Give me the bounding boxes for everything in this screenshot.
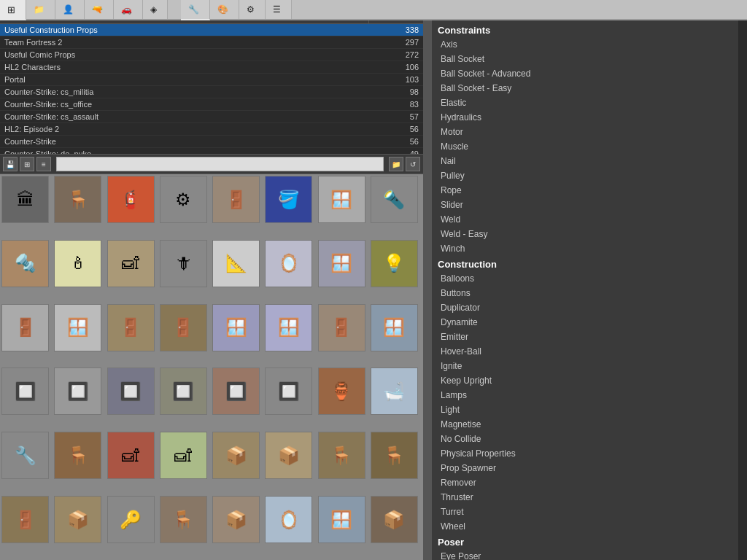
grid-item[interactable]: 🏛 [1,176,49,223]
tab-tools[interactable]: 🔧 [181,0,210,20]
grid-item[interactable]: 📦 [371,496,418,543]
props-list-item[interactable]: Team Fortress 2297 [0,36,423,49]
grid-item[interactable]: 🔲 [212,368,260,415]
grid-item[interactable]: 🪑 [318,432,365,479]
tools-item[interactable]: Emitter [432,330,738,344]
props-list-item[interactable]: Useful Construction Props338 [0,24,423,36]
tools-item[interactable]: Prop Spawner [432,461,738,475]
grid-item[interactable]: 🧯 [107,176,155,223]
tools-item[interactable]: Winch [432,241,738,256]
search-input[interactable] [56,157,384,171]
grid-item[interactable]: 💡 [371,240,418,287]
tools-item[interactable]: Ignite [432,359,738,373]
grid-item[interactable]: 🚪 [107,304,155,351]
tools-item[interactable]: Buttons [432,286,738,300]
props-list-item[interactable]: HL2 Characters106 [0,61,423,74]
grid-item[interactable]: 🔲 [265,368,312,415]
grid-item[interactable]: 🪞 [265,240,312,287]
grid-item[interactable]: 🚪 [318,304,365,351]
grid-item[interactable]: 🪑 [371,432,418,479]
grid-item[interactable]: 🛁 [371,368,418,415]
grid-item[interactable]: 🪟 [212,304,260,351]
tools-item[interactable]: Light [432,402,738,417]
folder-button[interactable]: 📁 [389,157,403,171]
tools-item[interactable]: Remover [432,475,738,490]
tools-item[interactable]: Dynamite [432,315,738,330]
tools-item[interactable]: Ball Socket [432,52,738,66]
grid-item[interactable]: 🏺 [318,368,365,415]
props-list-item[interactable]: Counter-Strike: de_nuke49 [0,148,423,154]
tools-item[interactable]: Eye Poser [432,549,738,560]
grid-item[interactable]: 📦 [212,432,260,479]
tools-item[interactable]: Magnetise [432,417,738,432]
left-scrollbar[interactable] [423,20,432,560]
tab-entities[interactable]: ◈ [143,0,168,19]
grid-item[interactable]: 🪑 [160,496,207,543]
tab-npcs[interactable]: 👤 [55,0,85,19]
tools-item[interactable]: Slider [432,198,738,212]
tools-item[interactable]: Weld [432,212,738,227]
grid-item[interactable]: 🪟 [318,176,365,223]
grid-item[interactable]: 🔑 [107,496,155,543]
grid-item[interactable]: 🪟 [318,240,365,287]
grid-item[interactable]: 🔲 [160,368,207,415]
grid-item[interactable]: 🕯 [54,240,101,287]
props-list-item[interactable]: Portal103 [0,74,423,86]
grid-item[interactable]: 📦 [265,432,312,479]
tab-options[interactable]: ☰ [266,0,292,19]
grid-item[interactable]: 🚪 [1,304,49,351]
grid-item[interactable]: 🔲 [54,368,101,415]
tools-item[interactable]: Physical Properties [432,446,738,461]
grid-item[interactable]: 🗡 [160,240,207,287]
tools-item[interactable]: Elastic [432,96,738,110]
tools-item[interactable]: No Collide [432,432,738,446]
tab-postprocessing[interactable]: 🎨 [210,0,239,19]
grid-item[interactable]: 🔲 [1,368,49,415]
grid-item[interactable]: 🪟 [265,304,312,351]
tools-scrollbar[interactable] [738,20,747,560]
grid-item[interactable]: 🪑 [54,176,101,223]
grid-view-button[interactable]: ⊞ [20,157,34,171]
props-list-item[interactable]: HL2: Episode 256 [0,123,423,136]
tools-item[interactable]: Rope [432,183,738,198]
grid-item[interactable]: ⚙ [160,176,207,223]
tools-item[interactable]: Pulley [432,168,738,183]
tools-item[interactable]: Balloons [432,271,738,286]
tools-item[interactable]: Motor [432,125,738,139]
save-button[interactable]: 💾 [3,157,18,171]
tab-vehicles[interactable]: 🚗 [114,0,143,19]
grid-item[interactable]: 🛋 [107,240,155,287]
grid-item[interactable]: 🛋 [107,432,155,479]
props-grid[interactable]: 🏛🪑🧯⚙🚪🪣🪟🔦🔩🕯🛋🗡📐🪞🪟💡🚪🪟🚪🚪🪟🪟🚪🪟🔲🔲🔲🔲🔲🔲🏺🛁🔧🪑🛋🛋📦📦🪑🪑… [0,174,423,560]
tools-item[interactable]: Ball Socket - Easy [432,81,738,96]
tools-item[interactable]: Ball Socket - Advanced [432,66,738,81]
grid-item[interactable]: 📐 [212,240,260,287]
grid-item[interactable]: 🚪 [1,496,49,543]
grid-item[interactable]: 🔦 [371,176,418,223]
tools-item[interactable]: Thruster [432,490,738,505]
tools-item[interactable]: Turret [432,505,738,519]
grid-item[interactable]: 🪟 [318,496,365,543]
grid-item[interactable]: 🪟 [371,304,418,351]
props-list-item[interactable]: Counter-Strike: cs_office83 [0,98,423,111]
grid-item[interactable]: 🚪 [160,304,207,351]
tab-browse[interactable]: 📁 [26,0,55,19]
props-list-item[interactable]: Counter-Strike56 [0,136,423,148]
grid-item[interactable]: 🪟 [54,304,101,351]
grid-item[interactable]: 📦 [54,496,101,543]
grid-item[interactable]: 🔩 [1,240,49,287]
grid-item[interactable]: 🔧 [1,432,49,479]
tab-props[interactable]: ⊞ [0,0,26,20]
grid-item[interactable]: 🪑 [54,432,101,479]
tools-item[interactable]: Lamps [432,388,738,402]
props-list-item[interactable]: Counter-Strike: cs_assault57 [0,111,423,123]
tools-item[interactable]: Hover-Ball [432,344,738,359]
grid-item[interactable]: 🔲 [107,368,155,415]
grid-item[interactable]: 🛋 [160,432,207,479]
tools-item[interactable]: Muscle [432,139,738,154]
props-list-item[interactable]: Counter-Strike: cs_militia98 [0,86,423,98]
refresh-button[interactable]: ↺ [406,157,420,171]
grid-item[interactable]: 🚪 [212,176,260,223]
props-list-item[interactable]: Useful Comic Props272 [0,49,423,61]
tools-item[interactable]: Axis [432,37,738,52]
